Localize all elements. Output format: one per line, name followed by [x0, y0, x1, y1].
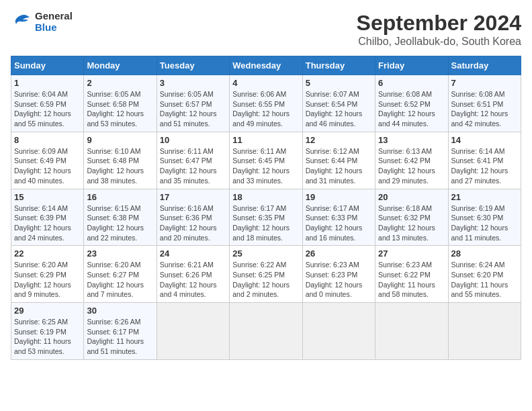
day-detail: Sunrise: 6:09 AMSunset: 6:49 PMDaylight:…	[14, 146, 81, 186]
calendar-cell: 1Sunrise: 6:04 AMSunset: 6:59 PMDaylight…	[11, 75, 84, 132]
day-number: 2	[87, 78, 153, 88]
day-detail: Sunrise: 6:18 AMSunset: 6:32 PMDaylight:…	[378, 203, 445, 243]
day-detail: Sunrise: 6:23 AMSunset: 6:23 PMDaylight:…	[306, 260, 372, 300]
day-detail: Sunrise: 6:08 AMSunset: 6:51 PMDaylight:…	[451, 89, 518, 129]
calendar-week-row: 15Sunrise: 6:14 AMSunset: 6:39 PMDayligh…	[11, 189, 521, 246]
logo: General Blue	[11, 11, 73, 33]
calendar-cell	[448, 303, 521, 360]
day-number: 6	[378, 78, 445, 88]
calendar-cell	[157, 303, 229, 360]
day-detail: Sunrise: 6:20 AMSunset: 6:27 PMDaylight:…	[87, 260, 153, 300]
calendar-cell: 9Sunrise: 6:10 AMSunset: 6:48 PMDaylight…	[84, 132, 157, 189]
day-number: 11	[232, 135, 299, 145]
calendar-cell: 2Sunrise: 6:05 AMSunset: 6:58 PMDaylight…	[84, 75, 157, 132]
day-detail: Sunrise: 6:26 AMSunset: 6:17 PMDaylight:…	[87, 317, 153, 357]
day-number: 20	[378, 192, 445, 202]
day-number: 28	[451, 248, 518, 259]
calendar-week-row: 8Sunrise: 6:09 AMSunset: 6:49 PMDaylight…	[11, 132, 521, 189]
day-number: 5	[306, 78, 372, 88]
logo-text: General Blue	[35, 11, 73, 33]
calendar-cell: 4Sunrise: 6:06 AMSunset: 6:55 PMDaylight…	[230, 75, 302, 132]
calendar-cell: 14Sunrise: 6:14 AMSunset: 6:41 PMDayligh…	[448, 132, 521, 189]
weekday-header-friday: Friday	[375, 56, 448, 75]
day-detail: Sunrise: 6:04 AMSunset: 6:59 PMDaylight:…	[14, 89, 81, 129]
calendar-cell	[375, 303, 448, 360]
calendar-cell: 21Sunrise: 6:19 AMSunset: 6:30 PMDayligh…	[448, 189, 521, 246]
weekday-header-row: SundayMondayTuesdayWednesdayThursdayFrid…	[11, 56, 521, 75]
weekday-header-saturday: Saturday	[448, 56, 521, 75]
calendar-cell: 26Sunrise: 6:23 AMSunset: 6:23 PMDayligh…	[302, 246, 375, 303]
day-number: 24	[160, 248, 226, 259]
calendar-cell: 23Sunrise: 6:20 AMSunset: 6:27 PMDayligh…	[84, 246, 157, 303]
day-number: 30	[87, 306, 153, 316]
day-number: 7	[451, 78, 518, 88]
day-number: 10	[160, 135, 226, 145]
logo-wrapper: General Blue	[11, 11, 73, 33]
weekday-header-wednesday: Wednesday	[230, 56, 302, 75]
day-detail: Sunrise: 6:12 AMSunset: 6:44 PMDaylight:…	[306, 146, 372, 186]
day-detail: Sunrise: 6:24 AMSunset: 6:20 PMDaylight:…	[451, 260, 518, 300]
day-number: 9	[87, 135, 153, 145]
day-number: 12	[306, 135, 372, 145]
calendar-week-row: 29Sunrise: 6:25 AMSunset: 6:19 PMDayligh…	[11, 303, 521, 360]
logo-blue: Blue	[35, 22, 73, 34]
day-detail: Sunrise: 6:23 AMSunset: 6:22 PMDaylight:…	[378, 260, 445, 300]
calendar-cell: 3Sunrise: 6:05 AMSunset: 6:57 PMDaylight…	[157, 75, 229, 132]
calendar-cell: 30Sunrise: 6:26 AMSunset: 6:17 PMDayligh…	[84, 303, 157, 360]
calendar-subtitle: Chilbo, Jeollabuk-do, South Korea	[357, 36, 521, 48]
day-detail: Sunrise: 6:06 AMSunset: 6:55 PMDaylight:…	[232, 89, 299, 129]
calendar-week-row: 22Sunrise: 6:20 AMSunset: 6:29 PMDayligh…	[11, 246, 521, 303]
calendar-cell: 10Sunrise: 6:11 AMSunset: 6:47 PMDayligh…	[157, 132, 229, 189]
calendar-cell: 12Sunrise: 6:12 AMSunset: 6:44 PMDayligh…	[302, 132, 375, 189]
calendar-cell: 15Sunrise: 6:14 AMSunset: 6:39 PMDayligh…	[11, 189, 84, 246]
day-detail: Sunrise: 6:14 AMSunset: 6:41 PMDaylight:…	[451, 146, 518, 186]
day-number: 19	[306, 192, 372, 202]
day-number: 25	[232, 248, 299, 259]
page-header: General Blue September 2024 Chilbo, Jeol…	[11, 11, 521, 48]
day-detail: Sunrise: 6:10 AMSunset: 6:48 PMDaylight:…	[87, 146, 153, 186]
logo-general: General	[35, 11, 73, 22]
day-detail: Sunrise: 6:17 AMSunset: 6:35 PMDaylight:…	[232, 203, 299, 243]
day-detail: Sunrise: 6:16 AMSunset: 6:36 PMDaylight:…	[160, 203, 226, 243]
calendar-cell: 17Sunrise: 6:16 AMSunset: 6:36 PMDayligh…	[157, 189, 229, 246]
day-detail: Sunrise: 6:05 AMSunset: 6:58 PMDaylight:…	[87, 89, 153, 129]
day-detail: Sunrise: 6:15 AMSunset: 6:38 PMDaylight:…	[87, 203, 153, 243]
weekday-header-tuesday: Tuesday	[157, 56, 229, 75]
weekday-header-monday: Monday	[84, 56, 157, 75]
day-number: 17	[160, 192, 226, 202]
day-number: 26	[306, 248, 372, 259]
day-number: 3	[160, 78, 226, 88]
calendar-week-row: 1Sunrise: 6:04 AMSunset: 6:59 PMDaylight…	[11, 75, 521, 132]
calendar-cell: 5Sunrise: 6:07 AMSunset: 6:54 PMDaylight…	[302, 75, 375, 132]
day-number: 21	[451, 192, 518, 202]
weekday-header-sunday: Sunday	[11, 56, 84, 75]
day-detail: Sunrise: 6:19 AMSunset: 6:30 PMDaylight:…	[451, 203, 518, 243]
day-detail: Sunrise: 6:08 AMSunset: 6:52 PMDaylight:…	[378, 89, 445, 129]
calendar-table: SundayMondayTuesdayWednesdayThursdayFrid…	[11, 56, 521, 360]
calendar-cell: 18Sunrise: 6:17 AMSunset: 6:35 PMDayligh…	[230, 189, 302, 246]
day-detail: Sunrise: 6:21 AMSunset: 6:26 PMDaylight:…	[160, 260, 226, 300]
day-number: 23	[87, 248, 153, 259]
calendar-cell: 29Sunrise: 6:25 AMSunset: 6:19 PMDayligh…	[11, 303, 84, 360]
calendar-cell	[302, 303, 375, 360]
day-detail: Sunrise: 6:05 AMSunset: 6:57 PMDaylight:…	[160, 89, 226, 129]
day-number: 18	[232, 192, 299, 202]
calendar-cell: 25Sunrise: 6:22 AMSunset: 6:25 PMDayligh…	[230, 246, 302, 303]
calendar-cell: 24Sunrise: 6:21 AMSunset: 6:26 PMDayligh…	[157, 246, 229, 303]
calendar-cell: 27Sunrise: 6:23 AMSunset: 6:22 PMDayligh…	[375, 246, 448, 303]
day-detail: Sunrise: 6:07 AMSunset: 6:54 PMDaylight:…	[306, 89, 372, 129]
calendar-title: September 2024	[357, 11, 521, 36]
weekday-header-thursday: Thursday	[302, 56, 375, 75]
calendar-cell: 22Sunrise: 6:20 AMSunset: 6:29 PMDayligh…	[11, 246, 84, 303]
logo-bird-icon	[11, 12, 31, 32]
day-number: 15	[14, 192, 81, 202]
calendar-cell: 16Sunrise: 6:15 AMSunset: 6:38 PMDayligh…	[84, 189, 157, 246]
day-detail: Sunrise: 6:20 AMSunset: 6:29 PMDaylight:…	[14, 260, 81, 300]
calendar-cell: 13Sunrise: 6:13 AMSunset: 6:42 PMDayligh…	[375, 132, 448, 189]
calendar-cell: 8Sunrise: 6:09 AMSunset: 6:49 PMDaylight…	[11, 132, 84, 189]
day-number: 14	[451, 135, 518, 145]
day-number: 29	[14, 306, 81, 316]
day-detail: Sunrise: 6:11 AMSunset: 6:47 PMDaylight:…	[160, 146, 226, 186]
day-number: 27	[378, 248, 445, 259]
calendar-cell: 7Sunrise: 6:08 AMSunset: 6:51 PMDaylight…	[448, 75, 521, 132]
